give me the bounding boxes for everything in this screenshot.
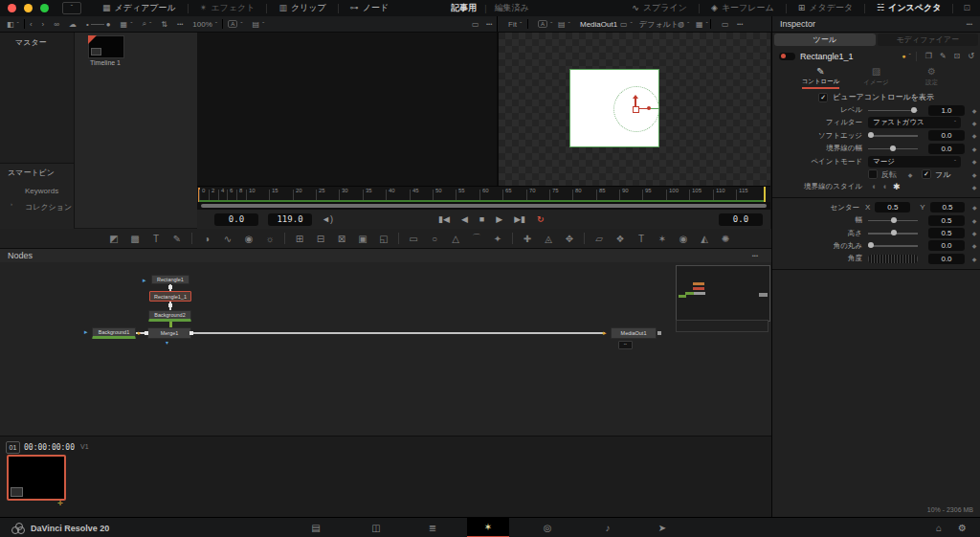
angle-keyframe-icon[interactable]: ◆ [969, 256, 980, 262]
timeline-thumbnail[interactable] [88, 35, 124, 58]
angle-thumbwheel[interactable] [868, 255, 918, 263]
viewer-lut-icon[interactable]: ◍ˇ [678, 20, 689, 29]
viewer-annotation-icon[interactable]: Aˇ [538, 20, 552, 28]
node-enable-toggle[interactable] [779, 53, 795, 60]
delta-keyer-tool-icon[interactable]: ▣ [352, 234, 373, 244]
magic-mask-tool-icon[interactable]: ✦ [487, 234, 508, 244]
wire-pad[interactable] [168, 285, 172, 289]
node-merge1[interactable]: Merge1 [147, 327, 191, 339]
zoom-window-button[interactable] [40, 4, 49, 12]
nodes-more-icon[interactable]: ••• [752, 253, 758, 258]
cloud-icon[interactable]: ☁ [69, 20, 77, 29]
subtab-controls[interactable]: ✎ コントロール [800, 66, 842, 89]
zoom-level-select[interactable]: 100%ˇ [192, 20, 217, 29]
wire-pad[interactable] [168, 303, 172, 307]
monitor-icon[interactable]: ⊡ [963, 4, 970, 12]
search-icon[interactable]: ⌕ˇ [143, 19, 152, 29]
show-viewer-controls-checkbox[interactable]: ✓ [818, 93, 828, 102]
full-keyframe-icon[interactable]: ◆ [969, 171, 980, 178]
border-width-value-field[interactable]: 0.0 [928, 144, 965, 154]
timeline-clip-label[interactable]: Timeline 1 [75, 59, 136, 66]
window-dropdown-icon[interactable]: ˇ [62, 2, 81, 14]
last-frame-button[interactable]: ▶▮ [514, 214, 525, 224]
text-3d-tool-icon[interactable]: T [631, 234, 652, 244]
text-tool-icon[interactable]: T [145, 234, 167, 244]
inspector-toggle[interactable]: ☵ インスペクタ [865, 0, 952, 16]
color-corrector-tool-icon[interactable]: ◑ [196, 234, 217, 244]
effects-toggle[interactable]: ✴ エフェクト [189, 0, 267, 16]
wire-pad[interactable] [657, 331, 661, 335]
image-plane-3d-tool-icon[interactable]: ▱ [589, 234, 610, 244]
inspector-more-icon[interactable]: ••• [967, 21, 972, 27]
expand-arrow-icon[interactable]: › [11, 201, 12, 207]
bspline-mask-tool-icon[interactable]: ⌒ [466, 232, 487, 245]
page-fairlight[interactable]: ♪ [587, 518, 629, 537]
invert-checkbox[interactable]: ✓ [868, 169, 878, 179]
center-keyframe-icon[interactable]: ◆ [969, 204, 980, 211]
media-pool-toggle[interactable]: ▦ メディアプール [91, 0, 188, 16]
center-y-field[interactable]: 0.5 [930, 202, 966, 213]
hue-curves-tool-icon[interactable]: ◉ [238, 234, 259, 244]
fastnoise-tool-icon[interactable]: ▩ [124, 234, 145, 244]
border-style-keyframe-icon[interactable]: ◆ [969, 184, 980, 190]
filter-keyframe-icon[interactable]: ◆ [969, 120, 980, 126]
page-cut[interactable]: ◫ [355, 518, 397, 537]
viewer-node-name[interactable]: MediaOut1 [580, 20, 617, 29]
ellipse-mask-tool-icon[interactable]: ○ [424, 234, 445, 244]
node-mediaout1[interactable]: MediaOut1 [611, 327, 657, 339]
wire-pad[interactable] [145, 331, 148, 335]
viewer-fit-select[interactable]: Fitˇ [508, 20, 522, 29]
play-reverse-button[interactable]: ◀ [461, 214, 468, 224]
timeline-ruler[interactable]: 0 2 4 6 8 10 15 20 25 30 35 40 45 50 55 [197, 186, 770, 203]
smart-bin-keywords[interactable]: Keywords [0, 178, 74, 195]
planar-tracker-tool-icon[interactable]: ◬ [538, 234, 559, 244]
tracker-tool-icon[interactable]: ✚ [517, 234, 538, 244]
brightness-contrast-tool-icon[interactable]: ☼ [259, 234, 280, 244]
soft-edge-value-field[interactable]: 0.0 [928, 130, 965, 141]
paint-mode-keyframe-icon[interactable]: ◆ [969, 158, 980, 165]
bin-more-icon[interactable]: ••• [177, 21, 183, 27]
project-home-icon[interactable]: ⌂ [936, 523, 942, 533]
merge-3d-tool-icon[interactable]: ✶ [652, 234, 673, 244]
cap-style-1-icon[interactable]: ◖ [871, 183, 876, 191]
close-window-button[interactable] [8, 4, 16, 12]
center-handle[interactable] [633, 106, 639, 113]
soft-edge-slider[interactable] [868, 131, 918, 140]
smart-bins-header[interactable]: スマートビン [0, 164, 74, 178]
range-out-field[interactable]: 119.0 [268, 213, 312, 226]
full-checkbox[interactable]: ✓ [922, 169, 931, 179]
left-viewer[interactable] [197, 33, 499, 186]
node-rectangle1[interactable]: Rectangle1 [151, 275, 189, 284]
range-in-field[interactable]: 0.0 [214, 213, 258, 226]
minimize-window-button[interactable] [24, 4, 33, 12]
node-background1[interactable]: Background1 [92, 327, 136, 339]
viewer-frame-icon[interactable]: ▭ [472, 20, 479, 29]
grid-view-icon[interactable]: ▦ˇ [121, 20, 133, 29]
viewer-expand-icon[interactable]: ▭ [722, 20, 729, 29]
width-value-field[interactable]: 0.5 [928, 215, 965, 226]
invert-keyframe-icon[interactable]: ◆ [904, 171, 916, 178]
metadata-toggle[interactable]: ⊞ メタデータ [787, 0, 864, 16]
first-frame-button[interactable]: ▮◀ [438, 214, 450, 224]
viewer-channel-icon[interactable]: ▭ˇ [620, 20, 633, 29]
angle-value-field[interactable]: 0.0 [928, 254, 965, 264]
paint-mode-dropdown[interactable]: マージˇ [868, 156, 961, 168]
filter-dropdown[interactable]: ファストガウスˇ [868, 117, 961, 128]
keyframe-marker-icon[interactable]: ✛ [57, 500, 63, 507]
ultra-keyer-tool-icon[interactable]: ◱ [373, 234, 394, 244]
paint-tool-icon[interactable]: ✎ [167, 234, 188, 244]
current-frame-field[interactable]: 0.0 [719, 213, 763, 226]
spline-toggle[interactable]: ∿ スプライン [620, 0, 699, 16]
shape-3d-tool-icon[interactable]: ❖ [610, 234, 631, 244]
node-background2[interactable]: Background2 [148, 310, 191, 322]
lock-icon[interactable]: ⊡ [954, 53, 961, 60]
border-width-slider[interactable] [868, 145, 918, 153]
left-viewer-more-icon[interactable]: ••• [486, 21, 492, 27]
rectangle-mask-tool-icon[interactable]: ▭ [403, 234, 424, 244]
border-width-keyframe-icon[interactable]: ◆ [969, 145, 980, 152]
camera-3d-tool-icon[interactable]: ◉ [673, 234, 694, 244]
cap-style-3-icon[interactable]: ✱ [893, 183, 901, 191]
particles-tool-icon[interactable]: ✺ [715, 234, 736, 244]
smart-bin-collections[interactable]: › コレクション [0, 195, 74, 213]
corner-radius-value-field[interactable]: 0.0 [928, 240, 965, 251]
